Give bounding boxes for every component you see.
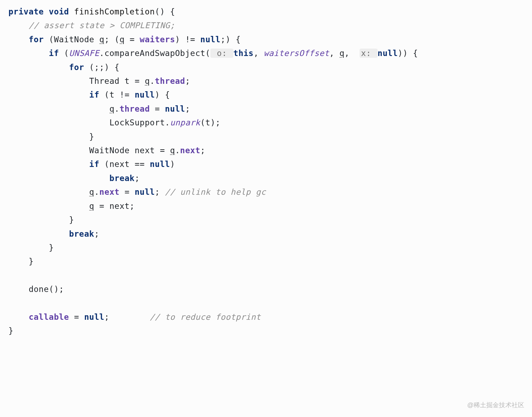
- kw-break: break: [69, 229, 94, 238]
- method-name: finishCompletion: [74, 7, 155, 16]
- param-hint: o:: [210, 49, 233, 58]
- comment: // assert state > COMPLETING;: [28, 21, 175, 30]
- kw-for: for: [69, 63, 84, 72]
- watermark: @稀土掘金技术社区: [467, 398, 524, 412]
- unsafe-ref: UNSAFE: [69, 49, 99, 58]
- kw-private: private: [8, 7, 44, 16]
- comment: // to reduce footprint: [150, 312, 261, 322]
- kw-if: if: [89, 160, 100, 169]
- kw-for: for: [28, 35, 44, 44]
- kw-if: if: [49, 49, 59, 58]
- code-block: private void finishCompletion() { // ass…: [0, 0, 532, 338]
- comment: // unlink to help gc: [165, 187, 266, 197]
- kw-if: if: [89, 90, 100, 99]
- kw-void: void: [49, 7, 69, 16]
- kw-break: break: [109, 174, 135, 183]
- param-hint: x:: [360, 49, 378, 58]
